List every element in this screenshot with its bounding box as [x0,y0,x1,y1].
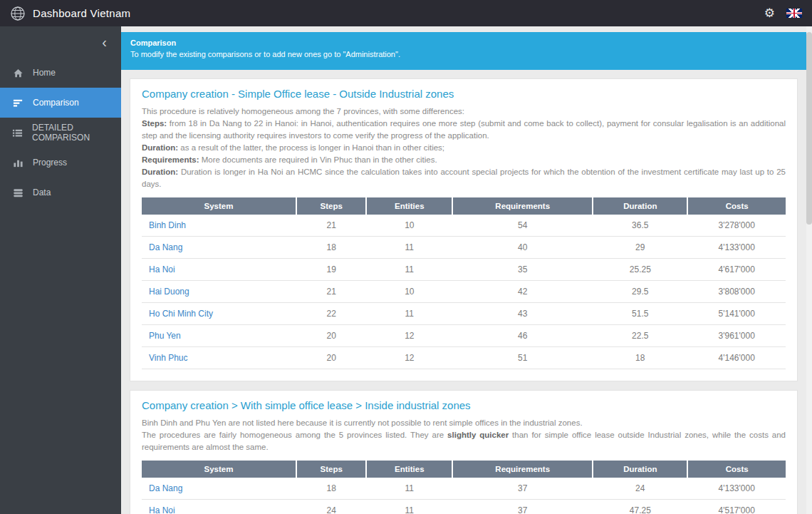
top-bar-actions: ⚙ [764,7,802,19]
value-cell: 19 [296,259,367,281]
value-cell: 18 [296,478,367,500]
banner-title: Comparison [130,38,797,47]
value-cell: 18 [296,237,367,259]
collapse-sidebar-button[interactable]: ‹ [102,35,107,49]
sidebar-item-label: Comparison [33,98,79,108]
sidebar-item-label: DETAILED COMPARISON [32,123,121,143]
value-cell: 43 [452,303,593,325]
value-cell: 10 [366,215,452,237]
value-cell: 46 [452,325,593,347]
value-cell: 11 [366,478,452,500]
top-bar: Dashboard Vietnam ⚙ [0,0,812,26]
description-line: Requirements: More documents are require… [142,154,786,166]
value-cell: 24 [296,500,367,514]
system-cell: Ho Chi Minh City [142,303,296,325]
column-header: Entities [366,461,452,478]
value-cell: 47.25 [593,500,687,514]
home-icon [12,67,24,78]
table-row: Da Nang181140294'133'000 [142,237,786,259]
value-cell: 24 [593,478,687,500]
province-link[interactable]: Ha Noi [149,505,175,514]
sidebar-item-home[interactable]: Home [0,58,121,88]
value-cell: 12 [366,325,452,347]
system-cell: Phu Yen [142,325,296,347]
value-cell: 54 [452,215,593,237]
column-header: System [142,197,296,215]
app-title: Dashboard Vietnam [33,7,130,19]
column-header: Costs [687,461,786,478]
table-row: Binh Dinh21105436.53'278'000 [142,215,786,237]
value-cell: 4'517'000 [687,500,786,514]
sidebar-item-comparison[interactable]: Comparison [0,88,121,118]
main-content: Comparison To modify the existing compar… [121,26,812,514]
value-cell: 20 [296,347,367,369]
value-cell: 4'617'000 [687,259,786,281]
description-line: Binh Dinh and Phu Yen are not listed her… [142,417,786,429]
value-cell: 4'133'000 [687,478,786,500]
card-description: This procedure is relatively homogeneous… [142,106,786,190]
table-row: Ha Noi19113525.254'617'000 [142,259,786,281]
province-link[interactable]: Vinh Phuc [149,353,188,363]
description-line: The procedures are fairly homogeneous am… [142,429,786,453]
comparison-table: SystemStepsEntitiesRequirementsDurationC… [142,461,786,514]
value-cell: 22 [296,303,367,325]
value-cell: 3'808'000 [687,281,786,303]
value-cell: 18 [593,347,687,369]
column-header: Requirements [452,197,593,215]
sidebar-item-detailed-comparison[interactable]: DETAILED COMPARISON [0,118,121,148]
system-cell: Binh Dinh [142,215,296,237]
column-header: Steps [296,197,367,215]
value-cell: 11 [366,237,452,259]
value-cell: 51 [452,347,593,369]
value-cell: 35 [452,259,593,281]
province-link[interactable]: Binh Dinh [149,220,186,230]
table-row: Vinh Phuc201251184'146'000 [142,347,786,369]
column-header: Duration [593,461,687,478]
list-icon [12,127,23,138]
value-cell: 11 [366,259,452,281]
table-row: Da Nang181137244'133'000 [142,478,786,500]
column-header: Duration [593,197,687,215]
value-cell: 22.5 [593,325,687,347]
province-link[interactable]: Da Nang [149,483,182,493]
value-cell: 10 [366,281,452,303]
comparison-card-inside-zones: Company creation > With simple office le… [130,390,798,514]
language-flag-icon[interactable] [786,9,802,18]
page-banner: Comparison To modify the existing compar… [121,32,806,70]
table-row: Ha Noi24113747.254'517'000 [142,500,786,514]
province-link[interactable]: Ha Noi [149,264,175,274]
card-description: Binh Dinh and Phu Yen are not listed her… [142,417,786,453]
province-link[interactable]: Da Nang [149,242,182,252]
scrollbar-thumb[interactable] [806,32,812,225]
province-link[interactable]: Ho Chi Minh City [149,309,213,319]
scrollbar-track [806,26,812,514]
value-cell: 29 [593,237,687,259]
value-cell: 12 [366,347,452,369]
column-header: Entities [366,197,452,215]
description-line: Steps: from 18 in Da Nang to 22 in Hanoi… [142,118,786,142]
system-cell: Ha Noi [142,259,296,281]
province-link[interactable]: Hai Duong [149,287,189,297]
sidebar-item-progress[interactable]: Progress [0,148,121,178]
value-cell: 20 [296,325,367,347]
data-stack-icon [12,187,24,198]
value-cell: 42 [452,281,593,303]
value-cell: 51.5 [593,303,687,325]
sidebar-item-label: Data [33,187,51,197]
bar-chart-icon [12,157,24,168]
system-cell: Ha Noi [142,500,296,514]
un-logo-icon [10,6,26,21]
sorted-bars-icon [12,97,24,108]
value-cell: 25.25 [593,259,687,281]
comparison-card-outside-zones: Company creation - Simple Office lease -… [130,78,798,381]
table-header-row: SystemStepsEntitiesRequirementsDurationC… [142,197,786,215]
value-cell: 4'146'000 [687,347,786,369]
card-title: Company creation > With simple office le… [142,399,786,411]
value-cell: 36.5 [593,215,687,237]
settings-gear-icon[interactable]: ⚙ [764,7,775,19]
sidebar-item-data[interactable]: Data [0,178,121,207]
value-cell: 3'961'000 [687,325,786,347]
province-link[interactable]: Phu Yen [149,331,181,341]
value-cell: 11 [366,500,452,514]
value-cell: 21 [296,281,367,303]
